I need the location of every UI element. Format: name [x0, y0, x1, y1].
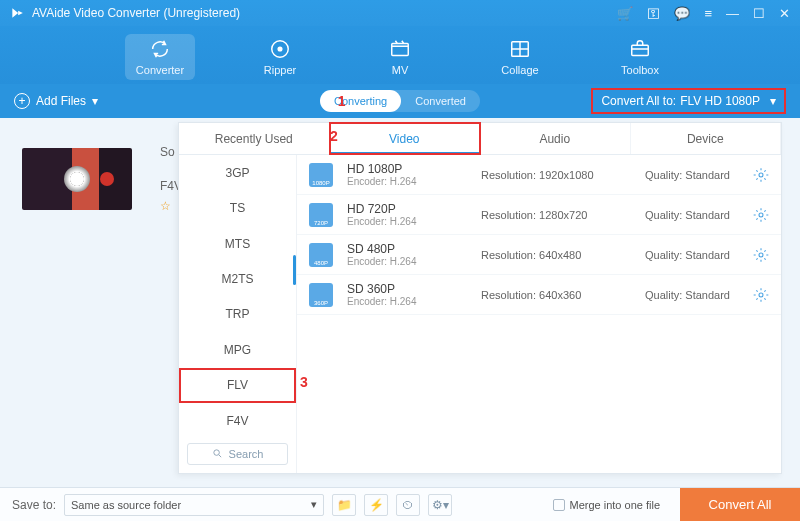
nav-toolbox[interactable]: Toolbox — [605, 38, 675, 76]
profile-name: HD 1080P — [347, 162, 467, 176]
nav-collage[interactable]: Collage — [485, 38, 555, 76]
maximize-icon[interactable]: ☐ — [753, 6, 765, 21]
svg-point-1 — [278, 47, 282, 51]
svg-point-7 — [759, 213, 763, 217]
resolution-badge-icon — [309, 203, 333, 227]
highlight-3: 3 — [300, 374, 308, 390]
profile-name: SD 360P — [347, 282, 467, 296]
highlight-2: 2 — [330, 128, 338, 144]
nav-converter[interactable]: Converter — [125, 34, 195, 80]
chevron-down-icon: ▾ — [92, 94, 98, 108]
profile-sd-360p[interactable]: SD 360PEncoder: H.264 Resolution: 640x36… — [297, 275, 781, 315]
svg-point-5 — [213, 450, 219, 456]
svg-rect-4 — [632, 45, 649, 55]
convert-all-button[interactable]: Convert All — [680, 488, 800, 521]
format-trp[interactable]: TRP — [179, 297, 296, 332]
tab-converted[interactable]: Converted — [401, 90, 480, 112]
enhance-button[interactable]: ⚡ — [364, 494, 388, 516]
disc-icon — [269, 38, 291, 60]
app-title: AVAide Video Converter (Unregistered) — [32, 6, 617, 20]
profile-quality: Quality: Standard — [645, 209, 739, 221]
profile-resolution: Resolution: 1920x1080 — [481, 169, 631, 181]
profile-quality: Quality: Standard — [645, 169, 739, 181]
collage-icon — [509, 38, 531, 60]
profile-resolution: Resolution: 640x480 — [481, 249, 631, 261]
bottom-bar: Save to: Same as source folder ▾ 📁 ⚡ ⏲ ⚙… — [0, 488, 800, 521]
format-search[interactable]: Search — [187, 443, 288, 466]
profile-list: HD 1080PEncoder: H.264 Resolution: 1920x… — [297, 155, 781, 473]
format-m2ts[interactable]: M2TS — [179, 261, 296, 296]
profile-resolution: Resolution: 1280x720 — [481, 209, 631, 221]
menu-icon[interactable]: ≡ — [704, 6, 712, 21]
profile-hd-720p[interactable]: HD 720PEncoder: H.264 Resolution: 1280x7… — [297, 195, 781, 235]
merge-checkbox[interactable]: Merge into one file — [553, 499, 661, 511]
format-mpg[interactable]: MPG — [179, 332, 296, 367]
resolution-badge-icon — [309, 243, 333, 267]
tab-audio[interactable]: Audio — [480, 123, 631, 154]
svg-point-8 — [759, 253, 763, 257]
close-icon[interactable]: ✕ — [779, 6, 790, 21]
tab-device[interactable]: Device — [631, 123, 782, 154]
main-nav: Converter Ripper MV Collage Toolbox — [0, 26, 800, 84]
format-ts[interactable]: TS — [179, 190, 296, 225]
profile-sd-480p[interactable]: SD 480PEncoder: H.264 Resolution: 640x48… — [297, 235, 781, 275]
profile-encoder: Encoder: H.264 — [347, 296, 467, 307]
nav-mv[interactable]: MV — [365, 38, 435, 76]
format-category-tabs: Recently Used Video Audio Device — [179, 123, 781, 155]
chevron-down-icon: ▾ — [770, 94, 776, 108]
convert-icon — [149, 38, 171, 60]
search-icon — [212, 448, 223, 459]
format-flv[interactable]: FLV — [179, 368, 296, 403]
toolbox-icon — [629, 38, 651, 60]
nav-label: MV — [392, 64, 409, 76]
gear-icon[interactable] — [753, 167, 769, 183]
feedback-icon[interactable]: 💬 — [674, 6, 690, 21]
convert-all-to-dropdown[interactable]: Convert All to: FLV HD 1080P ▾ — [591, 88, 786, 114]
nav-label: Ripper — [264, 64, 296, 76]
profile-quality: Quality: Standard — [645, 249, 739, 261]
profile-resolution: Resolution: 640x360 — [481, 289, 631, 301]
nav-label: Converter — [136, 64, 184, 76]
sub-toolbar: + Add Files ▾ Converting Converted 1 Con… — [0, 84, 800, 118]
minimize-icon[interactable]: — — [726, 6, 739, 21]
format-3gp[interactable]: 3GP — [179, 155, 296, 190]
gear-icon[interactable] — [753, 287, 769, 303]
profile-encoder: Encoder: H.264 — [347, 216, 467, 227]
add-files-label: Add Files — [36, 94, 86, 108]
svg-point-9 — [759, 293, 763, 297]
plus-icon: + — [14, 93, 30, 109]
title-bar: AVAide Video Converter (Unregistered) 🛒 … — [0, 0, 800, 26]
convert-all-value: FLV HD 1080P — [680, 94, 760, 108]
profile-hd-1080p[interactable]: HD 1080PEncoder: H.264 Resolution: 1920x… — [297, 155, 781, 195]
open-folder-button[interactable]: 📁 — [332, 494, 356, 516]
key-icon[interactable]: ⚿ — [647, 6, 660, 21]
tab-video[interactable]: Video — [330, 123, 481, 154]
work-area: So F4V ☆ 2 3 Recently Used Video Audio D… — [0, 118, 800, 488]
merge-label: Merge into one file — [570, 499, 661, 511]
tab-converting[interactable]: Converting — [320, 90, 401, 112]
gear-icon[interactable] — [753, 247, 769, 263]
tab-recently-used[interactable]: Recently Used — [179, 123, 330, 154]
svg-point-6 — [759, 173, 763, 177]
resolution-badge-icon — [309, 163, 333, 187]
format-mts[interactable]: MTS — [179, 226, 296, 261]
profile-encoder: Encoder: H.264 — [347, 256, 467, 267]
settings-dropdown[interactable]: ⚙▾ — [428, 494, 452, 516]
selection-indicator — [293, 255, 296, 285]
cart-icon[interactable]: 🛒 — [617, 6, 633, 21]
gear-icon[interactable] — [753, 207, 769, 223]
nav-ripper[interactable]: Ripper — [245, 38, 315, 76]
format-f4v[interactable]: F4V — [179, 403, 296, 438]
task-schedule-button[interactable]: ⏲ — [396, 494, 420, 516]
video-thumbnail[interactable] — [22, 148, 132, 210]
save-folder-select[interactable]: Same as source folder ▾ — [64, 494, 324, 516]
profile-quality: Quality: Standard — [645, 289, 739, 301]
chevron-down-icon: ▾ — [311, 498, 317, 511]
search-label: Search — [229, 448, 264, 460]
profile-name: SD 480P — [347, 242, 467, 256]
checkbox-icon — [553, 499, 565, 511]
resolution-badge-icon — [309, 283, 333, 307]
add-files-button[interactable]: + Add Files ▾ — [14, 93, 98, 109]
save-to-label: Save to: — [12, 498, 56, 512]
highlight-1: 1 — [338, 93, 346, 109]
